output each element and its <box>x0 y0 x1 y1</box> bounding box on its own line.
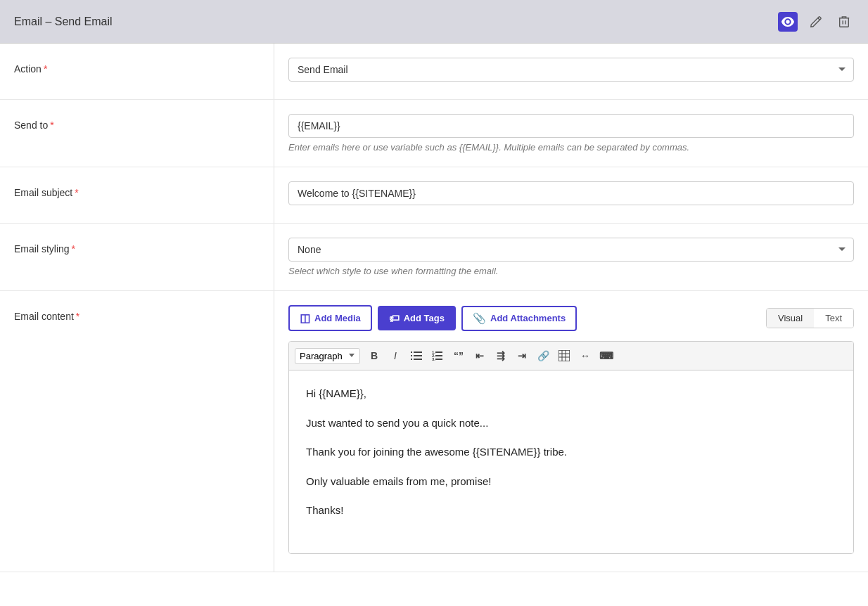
email-content-label-col: Email content* <box>0 291 274 572</box>
link-button[interactable]: 🔗 <box>533 346 553 366</box>
keyboard-button[interactable]: ⌨ <box>596 346 616 366</box>
unordered-list-button[interactable] <box>407 346 426 366</box>
add-media-icon: ◫ <box>300 311 310 325</box>
svg-rect-14 <box>435 355 442 356</box>
email-styling-required: * <box>72 243 75 254</box>
svg-text:3.: 3. <box>432 357 435 361</box>
table-button[interactable] <box>554 346 574 366</box>
action-row: Action* Send Email Send SMS Send Notific… <box>0 44 868 100</box>
action-label: Action* <box>14 63 47 75</box>
rich-text-editor: Paragraph Heading 1 Heading 2 Heading 3 … <box>288 341 854 554</box>
add-tags-button[interactable]: 🏷 Add Tags <box>378 306 456 330</box>
content-line-2: Just wanted to send you a quick note... <box>306 414 836 432</box>
svg-rect-17 <box>559 350 570 361</box>
email-subject-label: Email subject* <box>14 187 79 198</box>
action-select[interactable]: Send Email Send SMS Send Notification <box>288 58 854 82</box>
email-styling-hint: Select which style to use when formattin… <box>288 266 854 276</box>
content-line-5: Thanks! <box>306 501 836 520</box>
email-subject-input[interactable] <box>288 181 854 205</box>
add-attachments-label: Add Attachments <box>490 313 566 323</box>
svg-rect-10 <box>414 359 422 360</box>
send-to-label: Send to* <box>14 120 54 131</box>
header-actions <box>778 12 854 32</box>
add-tags-label: Add Tags <box>404 313 445 323</box>
email-content-content-col: ◫ Add Media 🏷 Add Tags 📎 Add Attachments… <box>274 291 868 572</box>
send-to-required: * <box>50 120 53 131</box>
action-content-col: Send Email Send SMS Send Notification <box>274 44 868 99</box>
form-body: Action* Send Email Send SMS Send Notific… <box>0 44 868 606</box>
add-media-label: Add Media <box>314 313 361 323</box>
svg-rect-9 <box>411 359 412 360</box>
svg-rect-8 <box>414 355 422 356</box>
email-subject-content-col <box>274 167 868 223</box>
svg-rect-12 <box>435 352 442 353</box>
paragraph-style-select[interactable]: Paragraph Heading 1 Heading 2 Heading 3 <box>295 348 360 364</box>
content-line-4: Only valuable emails from me, promise! <box>306 472 836 491</box>
content-toolbar: ◫ Add Media 🏷 Add Tags 📎 Add Attachments… <box>288 305 854 331</box>
add-tags-icon: 🏷 <box>389 312 400 324</box>
svg-line-0 <box>818 18 820 20</box>
preview-icon[interactable] <box>778 12 798 32</box>
expand-button[interactable]: ↔ <box>575 346 595 366</box>
add-media-button[interactable]: ◫ Add Media <box>288 305 372 331</box>
email-styling-row: Email styling* None Basic Modern Corpora… <box>0 224 868 291</box>
bold-button[interactable]: B <box>364 346 384 366</box>
delete-icon[interactable] <box>834 12 854 32</box>
svg-rect-6 <box>414 352 422 353</box>
email-subject-label-col: Email subject* <box>0 167 274 223</box>
ordered-list-button[interactable]: 1.2.3. <box>428 346 447 366</box>
email-styling-select[interactable]: None Basic Modern Corporate <box>288 238 854 262</box>
send-to-hint: Enter emails here or use variable such a… <box>288 142 854 153</box>
action-required: * <box>44 63 47 75</box>
send-to-label-col: Send to* <box>0 100 274 167</box>
view-toggle: Visual Text <box>766 308 854 328</box>
editor-content-area[interactable]: Hi {{NAME}}, Just wanted to send you a q… <box>289 370 853 553</box>
italic-button[interactable]: I <box>385 346 405 366</box>
email-styling-label: Email styling* <box>14 243 75 254</box>
align-center-button[interactable]: ⇶ <box>491 346 511 366</box>
visual-view-button[interactable]: Visual <box>767 309 814 328</box>
action-label-col: Action* <box>0 44 274 99</box>
blockquote-button[interactable]: “” <box>449 346 468 366</box>
svg-rect-1 <box>840 18 849 27</box>
email-styling-label-col: Email styling* <box>0 224 274 290</box>
svg-rect-5 <box>411 352 412 353</box>
send-to-row: Send to* Enter emails here or use variab… <box>0 100 868 167</box>
add-attachments-icon: 📎 <box>473 312 486 325</box>
email-content-label: Email content* <box>14 311 79 322</box>
align-left-button[interactable]: ⇤ <box>470 346 490 366</box>
edit-icon[interactable] <box>806 12 826 32</box>
editor-toolbar: Paragraph Heading 1 Heading 2 Heading 3 … <box>289 342 853 370</box>
content-line-3: Thank you for joining the awesome {{SITE… <box>306 443 836 461</box>
header: Email – Send Email <box>0 0 868 44</box>
email-content-row: Email content* ◫ Add Media 🏷 Add Tags 📎 <box>0 291 868 572</box>
send-to-content-col: Enter emails here or use variable such a… <box>274 100 868 167</box>
svg-rect-7 <box>411 355 412 356</box>
email-subject-required: * <box>75 187 78 198</box>
add-attachments-button[interactable]: 📎 Add Attachments <box>461 306 577 331</box>
content-line-1: Hi {{NAME}}, <box>306 385 836 403</box>
page-title: Email – Send Email <box>14 15 113 28</box>
email-styling-content-col: None Basic Modern Corporate Select which… <box>274 224 868 290</box>
email-content-required: * <box>76 311 79 322</box>
text-view-button[interactable]: Text <box>814 309 853 328</box>
svg-rect-16 <box>435 359 442 360</box>
send-to-input[interactable] <box>288 114 854 138</box>
align-right-button[interactable]: ⇥ <box>512 346 532 366</box>
email-subject-row: Email subject* <box>0 167 868 224</box>
